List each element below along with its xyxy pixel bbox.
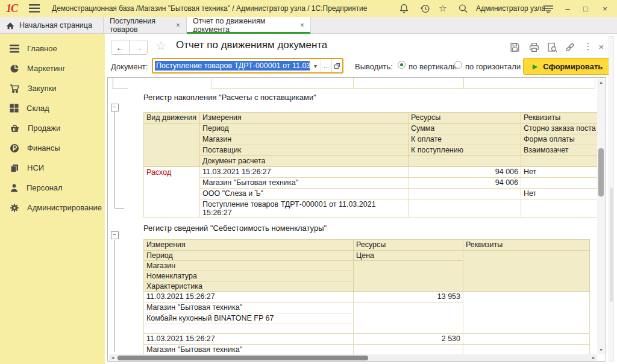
scroll-up-icon[interactable]: ▲ (597, 79, 605, 86)
table-cell[interactable] (409, 199, 521, 218)
table-cell[interactable]: Измерения (144, 240, 354, 251)
table-cell[interactable]: Магазин "Бытовая техника" (200, 178, 409, 189)
generate-report-button[interactable]: ▶ Сформировать (523, 58, 612, 75)
table-cell[interactable]: Номенклатура (144, 271, 354, 281)
table-cell[interactable] (354, 261, 463, 292)
table-cell[interactable]: ООО "Слеза и Ъ" (200, 189, 409, 199)
table-cell[interactable]: Поставщик (200, 145, 409, 156)
sidebar-item-marketing[interactable]: Маркетинг (0, 58, 105, 78)
service-menu-icon[interactable] (543, 4, 554, 13)
table-cell[interactable]: Ресурсы (409, 113, 521, 124)
search-icon[interactable] (458, 4, 468, 14)
tab-home[interactable]: Начальная страница (0, 17, 104, 34)
radio-vertical-label[interactable]: по вертикали (409, 62, 457, 71)
table-cell[interactable]: Сторно заказа поста (521, 124, 599, 134)
table-cell[interactable] (144, 324, 354, 334)
history-icon[interactable] (420, 4, 430, 14)
table-cell[interactable]: Реквизиты (521, 113, 599, 124)
table-cell[interactable] (144, 124, 200, 167)
table-cell[interactable]: Нет (521, 189, 599, 199)
table-cell[interactable]: Характеристика (144, 281, 354, 292)
table-cell[interactable]: Магазин (200, 134, 409, 145)
radio-horizontal[interactable] (454, 61, 462, 69)
table-cell[interactable]: Измерения (200, 113, 409, 124)
table-cell[interactable]: 11.03.2021 15:26:27 (200, 167, 409, 178)
table-cell[interactable] (463, 345, 590, 356)
form-vertical-scrollbar[interactable] (609, 36, 614, 362)
table-cell[interactable] (354, 345, 463, 356)
tab-goods-receipts[interactable]: Поступления товаров × (104, 17, 187, 34)
minimize-button[interactable]: – (563, 4, 572, 13)
table-cell[interactable]: 94 006 (409, 178, 521, 189)
back-button[interactable]: ← (111, 40, 130, 55)
document-field[interactable]: Поступление товаров ТДРТ-000001 от 11.03… (152, 58, 343, 74)
table-cell[interactable] (354, 303, 463, 334)
print-preview-icon[interactable] (546, 41, 558, 53)
sidebar-item-main[interactable]: Главное (0, 39, 105, 58)
table-cell[interactable]: Форма оплаты (521, 134, 599, 145)
table-cell[interactable]: Период (200, 124, 409, 134)
table-cell[interactable]: Сумма (409, 124, 521, 134)
close-form-icon[interactable]: × (595, 40, 607, 52)
table-cell[interactable] (463, 251, 590, 292)
report-horizontal-scrollbar[interactable]: ◄ ► (109, 354, 597, 362)
group-collapse-button[interactable]: − (111, 231, 119, 239)
table-cell[interactable]: Комбайн кухонный BINATONE FP 67 (144, 313, 354, 324)
more-actions-icon[interactable]: ⋮ (582, 40, 594, 52)
table-cell[interactable]: Вид движения (144, 113, 200, 124)
group-collapse-button[interactable]: − (111, 104, 119, 111)
table-cell[interactable]: Магазин "Бытовая техника" (144, 303, 354, 313)
table-cell[interactable] (521, 156, 599, 167)
main-menu-icon[interactable] (29, 4, 40, 13)
table-cell[interactable] (409, 189, 521, 199)
maximize-button[interactable]: □ (581, 4, 590, 13)
print-icon[interactable] (528, 41, 540, 53)
document-field-text[interactable]: Поступление товаров ТДРТ-000001 от 11.03… (153, 59, 310, 72)
table-cell[interactable] (521, 178, 599, 189)
table-cell[interactable]: 94 006 (409, 167, 521, 178)
table-cell[interactable] (463, 292, 590, 334)
table-cell[interactable]: Документ расчета (200, 156, 409, 167)
sidebar-item-sales[interactable]: Продажи (0, 118, 105, 138)
sidebar-item-nsi[interactable]: НСИ (0, 158, 105, 178)
favorites-star-icon[interactable]: ☆ (439, 3, 446, 14)
table-cell[interactable]: К поступлению (409, 145, 521, 156)
scroll-down-icon[interactable]: ▼ (597, 347, 605, 354)
get-link-icon[interactable] (564, 41, 576, 53)
table-cell[interactable] (521, 199, 599, 218)
sidebar-item-finance[interactable]: Финансы (0, 138, 105, 158)
forward-button[interactable]: → (129, 40, 148, 55)
dropdown-arrow-icon[interactable]: ▾ (310, 59, 321, 72)
report-vertical-scrollbar[interactable]: ▲ ▼ (597, 79, 605, 354)
table-cell[interactable] (463, 334, 590, 345)
table-cell[interactable]: Период (144, 251, 354, 261)
table-cell[interactable]: Магазин "Бытовая техника" (144, 345, 354, 356)
choose-button[interactable]: ... (321, 59, 331, 72)
table-cell[interactable]: Поступление товаров ТДРТ-000001 от 11.03… (200, 199, 409, 218)
table-cell[interactable]: Расход (144, 167, 200, 218)
tab-close-icon[interactable]: × (176, 21, 180, 30)
tab-close-icon[interactable]: × (300, 21, 304, 30)
table-cell[interactable]: Реквизиты (463, 240, 590, 251)
table-cell[interactable]: К оплате (409, 134, 521, 145)
add-to-favorites-star-icon[interactable]: ☆ (155, 39, 166, 53)
current-user[interactable]: Администратор узла (476, 4, 545, 13)
radio-vertical[interactable] (398, 61, 406, 69)
table-cell[interactable]: 13 953 (354, 292, 463, 303)
sidebar-item-personnel[interactable]: Персонал (0, 178, 105, 198)
form-scroll-thumb[interactable] (610, 187, 613, 302)
close-window-button[interactable]: × (600, 4, 610, 13)
open-document-icon[interactable] (331, 59, 342, 72)
vertical-scroll-thumb[interactable] (598, 148, 604, 196)
sidebar-item-purchases[interactable]: Закупки (0, 78, 105, 98)
scroll-right-icon[interactable]: ► (590, 354, 597, 362)
table-cell[interactable]: Взаимозачет (521, 145, 599, 156)
scroll-left-icon[interactable]: ◄ (109, 354, 116, 362)
save-icon[interactable] (509, 41, 521, 53)
table-cell[interactable]: Ресурсы (354, 240, 463, 251)
table-cell[interactable]: Магазин (144, 261, 354, 271)
notifications-bell-icon[interactable] (399, 4, 409, 14)
table-cell[interactable]: Нет (521, 167, 599, 178)
table-cell[interactable]: Цена (354, 251, 463, 261)
horizontal-scroll-thumb[interactable] (117, 356, 368, 360)
